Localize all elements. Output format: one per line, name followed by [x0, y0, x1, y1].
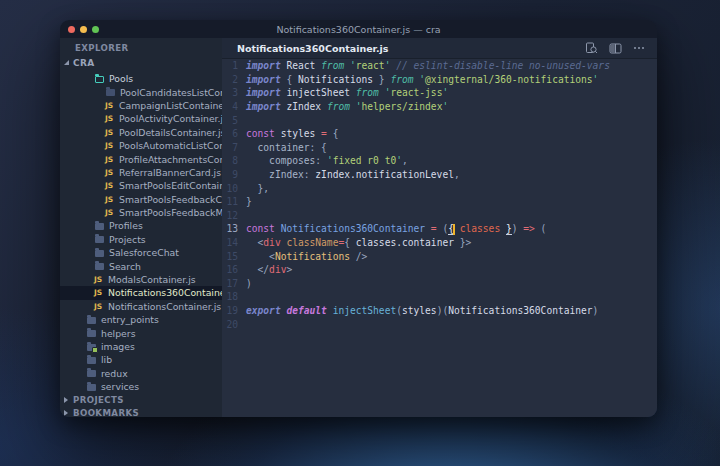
editor-window: Notifications360Container.js — cra EXPLO…	[60, 20, 657, 417]
tree-item-pooldetailscontainer-js[interactable]: JSPoolDetailsContainer.js	[60, 126, 222, 139]
code-area[interactable]: 1import React from 'react' // eslint-dis…	[222, 59, 657, 417]
sidebar-section-bookmarks[interactable]: BOOKMARKS	[60, 407, 222, 417]
line-number: 14	[222, 237, 238, 248]
js-file-icon: JS	[94, 288, 104, 297]
line-content: import { Notifications } from '@xingtern…	[246, 74, 598, 85]
tab-bar: Notifications360Container.js	[222, 38, 657, 59]
tree-item-smartpoolsfeedbackmoda[interactable]: JSSmartPoolsFeedbackModa...	[60, 206, 222, 219]
line-content: export default injectSheet(styles)(Notif…	[246, 305, 598, 316]
tree-item-search[interactable]: Search	[60, 259, 222, 272]
tree-item-smartpoolsfeedbackconta[interactable]: JSSmartPoolsFeedbackConta...	[60, 193, 222, 206]
tree-item-salesforcechat[interactable]: SalesforceChat	[60, 246, 222, 259]
line-content: import React from 'react' // eslint-disa…	[246, 60, 610, 71]
tree-item-campaignlistcontainer-js[interactable]: JSCampaignListContainer.js	[60, 99, 222, 112]
line-number: 2	[222, 74, 238, 85]
code-line: 9 zIndex: zIndex.notificationLevel,	[222, 168, 657, 182]
code-line: 17)	[222, 277, 657, 291]
line-number: 11	[222, 196, 238, 207]
split-editor-icon[interactable]	[609, 43, 622, 54]
line-number: 5	[222, 115, 238, 126]
tree-item-redux[interactable]: redux	[60, 367, 222, 380]
line-content: },	[246, 183, 269, 194]
line-content: }	[246, 196, 252, 207]
line-number: 8	[222, 155, 238, 166]
js-file-icon: JS	[94, 302, 104, 311]
line-number: 20	[222, 319, 238, 330]
tree-item-poolactivitycontainer-js[interactable]: JSPoolActivityContainer.js	[60, 112, 222, 125]
line-number: 16	[222, 264, 238, 275]
js-file-icon: JS	[105, 181, 115, 190]
js-file-icon: JS	[105, 168, 115, 177]
title-bar[interactable]: Notifications360Container.js — cra	[60, 20, 657, 38]
code-line: 18	[222, 290, 657, 304]
folder-icon	[95, 263, 104, 270]
tree-item-smartpoolseditcontainer-js[interactable]: JSSmartPoolsEditContainer.js	[60, 179, 222, 192]
js-file-icon: JS	[105, 195, 115, 204]
find-in-file-icon[interactable]	[585, 42, 598, 54]
tree-item-services[interactable]: services	[60, 380, 222, 393]
tree-item-profiles[interactable]: Profiles	[60, 219, 222, 232]
tree-item-profileattachmentscontain[interactable]: JSProfileAttachmentsContain...	[60, 152, 222, 165]
tree-item-pools[interactable]: Pools	[60, 72, 222, 85]
line-number: 19	[222, 305, 238, 316]
chevron-collapsed-icon	[64, 397, 68, 403]
tree-item-referralbannercard-js[interactable]: JSReferralBannerCard.js	[60, 166, 222, 179]
code-line: 10 },	[222, 181, 657, 195]
line-content: <Notifications />	[246, 251, 367, 262]
folder-icon	[95, 250, 104, 257]
line-number: 15	[222, 251, 238, 262]
tree-item-helpers[interactable]: helpers	[60, 326, 222, 339]
line-number: 10	[222, 183, 238, 194]
active-tab[interactable]: Notifications360Container.js	[237, 43, 388, 54]
tree-item-poolsautomaticlistcontain[interactable]: JSPoolsAutomaticListContain...	[60, 139, 222, 152]
editor-pane: Notifications360Container.js	[222, 38, 657, 417]
line-content: container: {	[246, 142, 327, 153]
js-file-icon: JS	[105, 208, 115, 217]
tree-root-cra[interactable]: CRA	[60, 55, 222, 70]
tree-item-notificationscontainer-js[interactable]: JSNotificationsContainer.js	[60, 300, 222, 313]
js-file-icon: JS	[105, 128, 115, 137]
folder-icon	[87, 317, 96, 324]
tree-item-projects[interactable]: Projects	[60, 233, 222, 246]
line-number: 13	[222, 223, 238, 234]
line-number: 4	[222, 101, 238, 112]
code-line: 6const styles = {	[222, 127, 657, 141]
line-content: zIndex: zIndex.notificationLevel,	[246, 169, 460, 180]
code-line: 16 </div>	[222, 263, 657, 277]
images-folder-icon	[87, 344, 96, 351]
explorer-sidebar: EXPLORERCRAPoolsPoolCandidatesListContai…	[60, 38, 222, 417]
code-line: 1import React from 'react' // eslint-dis…	[222, 59, 657, 73]
tree-item-poolcandidateslistcontain[interactable]: PoolCandidatesListContain...	[60, 85, 222, 98]
code-line: 20	[222, 317, 657, 331]
open-folder-icon	[95, 76, 104, 83]
code-line: 14 <div className={ classes.container }>	[222, 236, 657, 250]
line-content: </div>	[246, 264, 292, 275]
sidebar-section-projects[interactable]: PROJECTS	[60, 393, 222, 406]
folder-icon	[87, 357, 96, 364]
code-line: 7 container: {	[222, 141, 657, 155]
line-content: const Notifications360Container = ({ cla…	[246, 223, 546, 235]
tree-item-entry-points[interactable]: entry_points	[60, 313, 222, 326]
folder-icon	[106, 89, 115, 96]
line-number: 6	[222, 128, 238, 139]
line-content: const styles = {	[246, 128, 338, 139]
explorer-header: EXPLORER	[60, 40, 222, 55]
line-number: 3	[222, 87, 238, 98]
line-number: 18	[222, 291, 238, 302]
tree-item-lib[interactable]: lib	[60, 353, 222, 366]
window-title: Notifications360Container.js — cra	[60, 24, 657, 35]
line-content: import zIndex from 'helpers/zindex'	[246, 101, 448, 112]
line-content: composes: 'fixed r0 t0',	[246, 155, 408, 166]
line-number: 9	[222, 169, 238, 180]
js-file-icon: JS	[105, 114, 115, 123]
tree-item-modalscontainer-js[interactable]: JSModalsContainer.js	[60, 273, 222, 286]
line-content: <div className={ classes.container }>	[246, 237, 471, 248]
tree-item-notifications360container-js[interactable]: JSNotifications360Container.js	[60, 286, 222, 299]
code-line: 13const Notifications360Container = ({ c…	[222, 222, 657, 236]
code-line: 19export default injectSheet(styles)(Not…	[222, 304, 657, 318]
code-line: 4import zIndex from 'helpers/zindex'	[222, 100, 657, 114]
chevron-expanded-icon	[64, 60, 69, 65]
tree-item-images[interactable]: images	[60, 340, 222, 353]
more-icon[interactable]	[633, 46, 645, 50]
js-file-icon: JS	[105, 155, 115, 164]
